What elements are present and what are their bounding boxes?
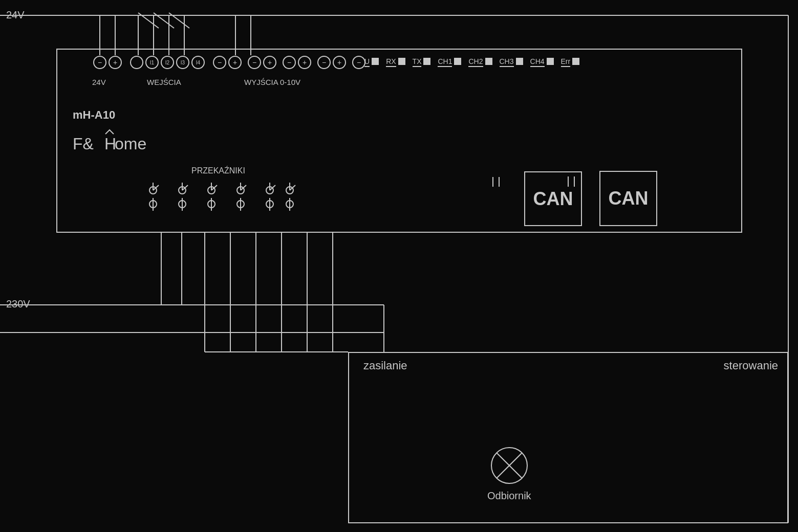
- odbiornik-group: Odbiornik: [487, 445, 531, 502]
- svg-line-4: [154, 13, 174, 28]
- bottom-box: zasilanie sterowanie Odbiornik: [348, 352, 788, 523]
- led-err-indicator: [572, 58, 579, 65]
- leds-row: U RX TX CH1 CH2: [364, 57, 579, 65]
- led-ch3-indicator: [516, 58, 523, 65]
- led-ch2-indicator: [485, 58, 492, 65]
- label-sterowanie: sterowanie: [724, 359, 778, 372]
- label-24v-top: 24V: [6, 9, 25, 21]
- terminal-out-plus-2: +: [263, 56, 276, 69]
- terminal-out-plus-3: +: [298, 56, 311, 69]
- device-model-label: mH-A10: [73, 108, 115, 122]
- label-wejscia: WEJŚCIA: [147, 78, 181, 86]
- device-box: − + I1 I2 I3 I4 − + − + − +: [56, 49, 742, 233]
- can-box-2: CAN: [599, 171, 657, 226]
- led-ch3: CH3: [500, 57, 523, 65]
- led-ch4-indicator: [547, 58, 554, 65]
- label-wyjscia: WYJŚCIA 0-10V: [244, 78, 300, 86]
- relays-group: [144, 183, 299, 213]
- terminal-i2: I2: [161, 56, 174, 69]
- led-u-indicator: [372, 58, 379, 65]
- led-tx: TX: [413, 57, 431, 65]
- label-przekazniki: PRZEKAŹNIKI: [191, 166, 245, 175]
- led-ch1: CH1: [438, 57, 461, 65]
- terminal-i1: I1: [145, 56, 159, 69]
- label-24v-inner: 24V: [92, 78, 106, 86]
- terminal-out-plus-4: +: [333, 56, 346, 69]
- terminal-out-plus-1: +: [228, 56, 242, 69]
- terminal-out-minus-3: −: [283, 56, 296, 69]
- brand-logo: F& H ome: [73, 129, 155, 157]
- terminal-out-minus: −: [213, 56, 226, 69]
- led-ch1-indicator: [454, 58, 461, 65]
- terminal-out-minus-4: −: [317, 56, 331, 69]
- led-tx-indicator: [423, 58, 430, 65]
- terminal-i4: I4: [191, 56, 205, 69]
- svg-text:ome: ome: [115, 135, 146, 153]
- svg-text:F&: F&: [73, 135, 94, 153]
- led-ch2: CH2: [468, 57, 492, 65]
- led-err: Err: [561, 57, 580, 65]
- can-box-1: CAN: [524, 171, 582, 226]
- terminal-unmarked: [130, 56, 143, 69]
- svg-line-5: [169, 13, 189, 28]
- led-rx-indicator: [398, 58, 405, 65]
- label-zasilanie: zasilanie: [363, 359, 407, 372]
- terminal-out-minus-5: −: [352, 56, 365, 69]
- led-rx: RX: [386, 57, 405, 65]
- terminal-plus-1: +: [109, 56, 122, 69]
- led-ch4: CH4: [530, 57, 554, 65]
- terminal-minus-1: −: [93, 56, 106, 69]
- terminal-out-minus-2: −: [248, 56, 261, 69]
- diagram-container: 24V 230V − + I1 I2 I3 I4 − +: [0, 0, 798, 532]
- terminal-i3: I3: [176, 56, 189, 69]
- label-230v: 230V: [6, 298, 30, 310]
- odbiornik-symbol: [489, 445, 530, 486]
- led-u: U: [364, 57, 379, 65]
- label-odbiornik: Odbiornik: [487, 490, 531, 502]
- svg-line-3: [138, 13, 159, 28]
